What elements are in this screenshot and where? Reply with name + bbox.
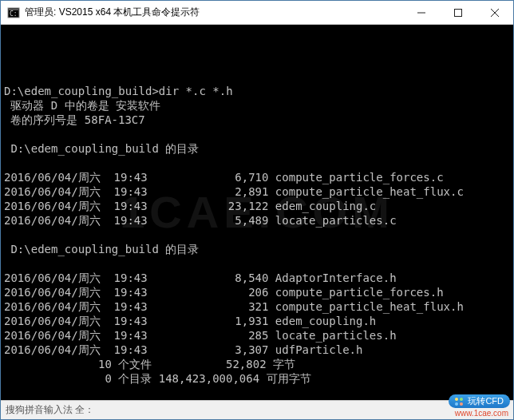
terminal-line: 2016/06/04/周六 19:43 6,710 compute_partic… [4, 170, 510, 184]
terminal-line: D:\edem_coupling_build>dir *.c *.h [4, 84, 510, 98]
terminal-line: 驱动器 D 中的卷是 安装软件 [4, 98, 510, 113]
svg-text:C:: C: [10, 10, 18, 18]
svg-rect-4 [455, 9, 462, 16]
terminal-line: 2016/06/04/周六 19:43 285 locate_particles… [4, 328, 510, 343]
terminal-line [4, 127, 510, 141]
titlebar: C: 管理员: VS2015 x64 本机工具命令提示符 [1, 1, 513, 25]
terminal-line: 2016/06/04/周六 19:43 1,931 edem_coupling.… [4, 314, 510, 328]
terminal-output[interactable]: 1CAE.COM D:\edem_coupling_build>dir *.c … [1, 25, 513, 400]
terminal-line: 2016/06/04/周六 19:43 8,540 AdaptorInterfa… [4, 271, 510, 285]
maximize-button[interactable] [440, 1, 476, 24]
terminal-line [4, 228, 510, 242]
terminal-line: 2016/06/04/周六 19:43 321 compute_particle… [4, 299, 510, 314]
ime-status-bar: 搜狗拼音输入法 全： 玩转CFD www.1cae.com [1, 400, 513, 419]
terminal-line [4, 386, 510, 400]
window-title: 管理员: VS2015 x64 本机工具命令提示符 [25, 6, 403, 19]
terminal-line [4, 69, 510, 84]
terminal-line: 2016/06/04/周六 19:43 5,489 locate_particl… [4, 213, 510, 228]
terminal-line: 2016/06/04/周六 19:43 23,122 edem_coupling… [4, 199, 510, 213]
terminal-line: 2016/06/04/周六 19:43 3,307 udfParticle.h [4, 343, 510, 357]
terminal-line: D:\edem_coupling_build 的目录 [4, 141, 510, 156]
minimize-button[interactable] [403, 1, 440, 24]
terminal-line: D:\edem_coupling_build 的目录 [4, 242, 510, 256]
terminal-line: 0 个目录 148,423,000,064 可用字节 [4, 371, 510, 386]
terminal-line [4, 256, 510, 271]
close-button[interactable] [476, 1, 513, 24]
app-window: C: 管理员: VS2015 x64 本机工具命令提示符 1CAE.COM D:… [0, 0, 514, 420]
terminal-line: 2016/06/04/周六 19:43 2,891 compute_partic… [4, 184, 510, 199]
terminal-line: 卷的序列号是 58FA-13C7 [4, 113, 510, 127]
terminal-line: 2016/06/04/周六 19:43 206 compute_particle… [4, 285, 510, 299]
terminal-line: 10 个文件 52,802 字节 [4, 357, 510, 371]
terminal-line [4, 156, 510, 170]
ime-status-text: 搜狗拼音输入法 全： [6, 403, 508, 417]
app-icon: C: [7, 6, 20, 19]
